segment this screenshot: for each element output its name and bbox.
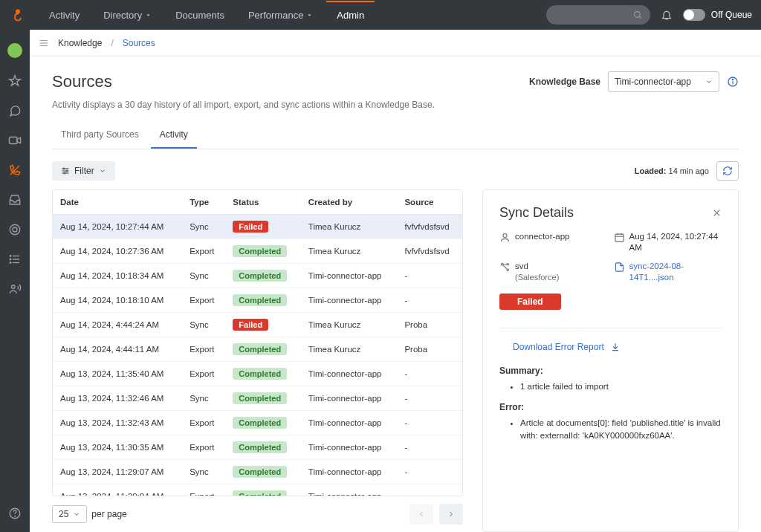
topnav: ActivityDirectoryDocumentsPerformanceAdm…	[39, 1, 546, 28]
caret-down-icon	[306, 12, 313, 19]
svg-line-2	[639, 16, 641, 19]
toggle-switch[interactable]	[683, 9, 705, 21]
topnav-item-documents[interactable]: Documents	[165, 1, 235, 28]
topnav-item-directory[interactable]: Directory	[93, 1, 162, 28]
topnav-item-performance[interactable]: Performance	[238, 1, 323, 28]
svg-point-1	[634, 11, 640, 17]
search-icon	[633, 10, 643, 20]
off-queue-label: Off Queue	[711, 10, 752, 20]
topbar-right: Off Queue	[546, 5, 752, 25]
brand-logo-icon	[9, 6, 27, 24]
topbar: ActivityDirectoryDocumentsPerformanceAdm…	[0, 0, 761, 30]
notifications-icon[interactable]	[661, 9, 673, 21]
topnav-item-admin[interactable]: Admin	[326, 1, 375, 28]
caret-down-icon	[145, 12, 152, 19]
off-queue-toggle[interactable]: Off Queue	[683, 9, 752, 21]
search-input[interactable]	[546, 5, 650, 25]
topnav-item-activity[interactable]: Activity	[39, 1, 90, 28]
